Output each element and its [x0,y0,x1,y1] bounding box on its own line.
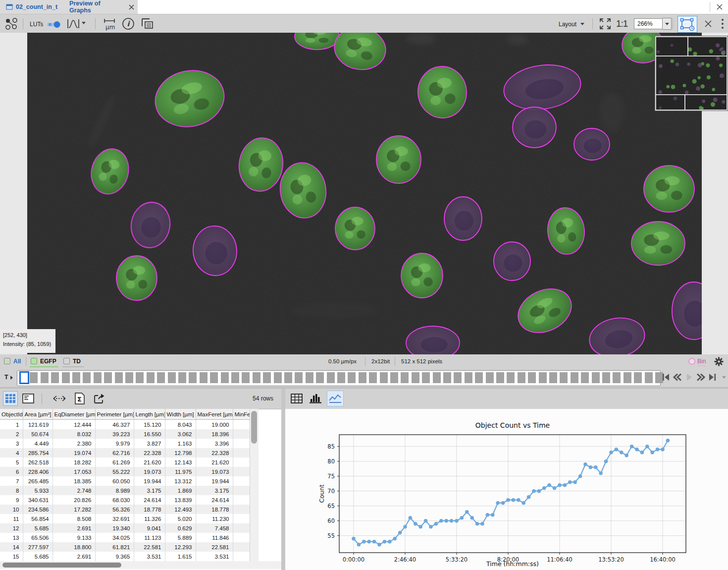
time-frame-22[interactable] [253,372,260,383]
next-frame-button[interactable] [697,374,704,381]
time-frame-42[interactable] [465,372,472,383]
close-view-button[interactable] [703,19,713,28]
table-header[interactable]: EqDiameter [µm] [52,409,95,420]
first-frame-button[interactable] [663,374,669,381]
time-frame-18[interactable] [210,372,218,383]
table-row[interactable]: 5262.51818.28261.26921.62012.14321.620 [0,457,250,467]
time-frame-34[interactable] [380,372,388,383]
time-frame-16[interactable] [189,372,197,383]
table-row[interactable]: 125.6852.69119.3409.0410.6297.458 [0,523,250,533]
table-row[interactable]: 34.4492.3809.9793.8271.1633.396 [0,439,250,448]
line-chart-view-button[interactable] [327,391,344,406]
time-frame-54[interactable] [592,372,600,383]
layout-dropdown[interactable] [580,23,584,25]
settings-gear-icon[interactable] [714,357,724,366]
luts-toggle[interactable] [47,21,61,29]
time-frame-8[interactable] [104,372,112,383]
play-button[interactable] [687,374,692,381]
time-frame-3[interactable] [51,372,59,383]
channel-egfp-label[interactable]: EGFP [40,358,56,365]
bar-chart-view-button[interactable] [308,391,323,406]
tab-preview-of-graphs[interactable]: Preview of Graphs [63,0,126,14]
time-frame-10[interactable] [125,372,133,383]
time-frame-30[interactable] [337,372,345,383]
time-frame-17[interactable] [200,372,208,383]
time-frame-41[interactable] [454,372,462,383]
time-frame-23[interactable] [263,372,271,383]
table-row[interactable]: 1156.8548.50832.69111.3265.02011.230 [0,514,250,523]
export-button[interactable] [92,391,107,406]
time-frame-14[interactable] [168,372,176,383]
view-sync-button[interactable] [677,16,697,33]
time-frame-47[interactable] [518,372,525,383]
statistics-button[interactable]: Σ [72,391,87,406]
info-button[interactable]: i [121,17,135,31]
bin-link[interactable]: Bin [697,358,706,366]
cell-purple[interactable] [494,242,530,281]
time-frame-32[interactable] [359,372,366,383]
time-frame-27[interactable] [306,372,313,383]
layout-label[interactable]: Layout [559,21,576,28]
time-frame-53[interactable] [581,372,589,383]
table-header[interactable]: MinFer [233,409,250,420]
prev-frame-button[interactable] [674,374,681,381]
time-frame-21[interactable] [242,372,250,383]
table-row[interactable]: 6228.40617.05355.22219.07311.97519.073 [0,467,250,476]
fit-columns-button[interactable] [49,391,70,406]
time-frame-19[interactable] [221,372,229,383]
table-row[interactable]: 155.6852.6919.3653.5311.6153.531 [0,552,250,561]
time-frame-26[interactable] [295,372,303,383]
time-frame-6[interactable] [83,372,91,383]
channel-all-checkbox[interactable] [4,358,10,364]
scale-button[interactable]: µm [102,17,117,31]
table-row[interactable]: 4285.75419.07462.71622.32812.79822.328 [0,448,250,457]
histogram-button[interactable] [66,17,81,30]
time-frame-12[interactable] [147,372,155,383]
time-frame-58[interactable] [634,372,642,383]
time-frame-7[interactable] [94,372,102,383]
zoom-combobox[interactable]: 266% [634,18,672,30]
table-row[interactable]: 14277.59718.80061.82122.58112.29322.581 [0,542,250,552]
cell-green[interactable] [631,222,685,265]
panel-close-button[interactable] [713,2,726,12]
time-frame-25[interactable] [284,372,292,383]
scrollbar-thumb[interactable] [2,563,121,568]
fit-to-screen-button[interactable] [598,17,612,30]
histogram-dropdown[interactable] [82,22,86,24]
table-row[interactable]: 85.9332.7488.9893.1751.8693.175 [0,486,250,495]
time-frame-60[interactable] [655,372,663,383]
scrollbar-thumb[interactable] [251,411,257,444]
cell-purple[interactable] [574,128,610,160]
measurement-table[interactable]: ObjectIdArea [µm²]EqDiameter [µm]Perimet… [0,409,250,561]
tab-02-count-in-t[interactable]: 02_count_in_t [0,0,63,14]
time-frame-55[interactable] [602,372,610,383]
table-row[interactable]: 10234.58617.28256.32618.77812.49318.778 [0,505,250,514]
time-frame-4[interactable] [62,372,70,383]
table-row[interactable]: 7265.48518.38560.05019.94413.31219.944 [0,476,250,486]
zoom-1-1-button[interactable]: 1:1 [616,18,627,29]
table-view-button[interactable] [3,391,18,406]
time-frame-9[interactable] [115,372,123,383]
time-frame-51[interactable] [560,372,568,383]
time-frame-13[interactable] [157,372,165,383]
cell-green[interactable] [335,207,375,250]
time-frame-11[interactable] [136,372,144,383]
channel-td-label[interactable]: TD [73,358,81,365]
cell-green[interactable] [116,256,157,300]
time-frame-39[interactable] [433,372,441,383]
table-header[interactable]: Length [µm] [134,409,165,420]
time-frame-48[interactable] [528,372,536,383]
time-frame-46[interactable] [507,372,515,383]
panel-splitter[interactable] [281,389,285,570]
time-frame-28[interactable] [316,372,324,383]
table-row[interactable]: 9340.63120.82668.03024.61413.83924.614 [0,495,250,505]
time-frame-38[interactable] [422,372,430,383]
time-frame-57[interactable] [624,372,631,383]
zoom-dropdown-button[interactable] [663,18,672,30]
cell-green[interactable] [401,253,443,298]
table-row[interactable]: 250.6748.03239.22316.5503.06218.396 [0,429,250,439]
time-frame-24[interactable] [274,372,282,383]
table-row[interactable]: 1121.61912.44446.32715.1208.04319.000 [0,420,250,430]
time-frame-49[interactable] [539,372,547,383]
playback-options-dropdown[interactable] [722,376,726,379]
